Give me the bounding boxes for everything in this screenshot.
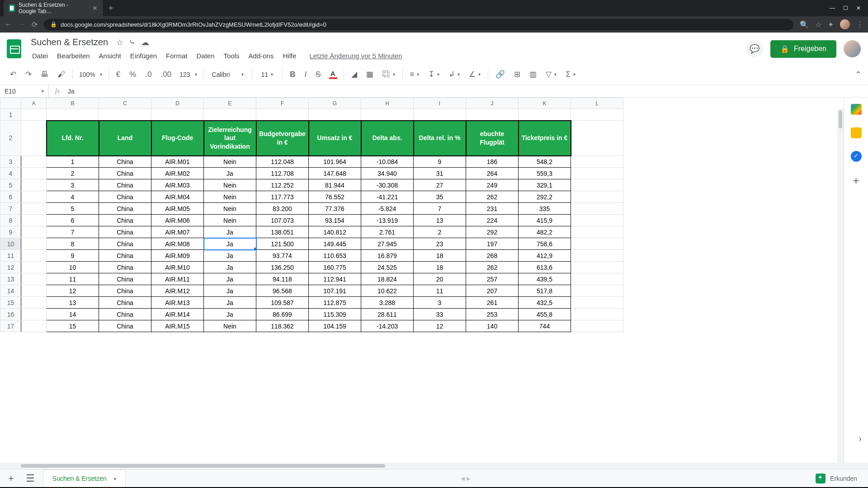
cell-A12[interactable] [21, 262, 47, 273]
select-all-corner[interactable] [0, 98, 21, 109]
chrome-menu-icon[interactable]: ⋮ [856, 20, 863, 29]
cell-F3[interactable]: 112.048 [256, 156, 309, 168]
cell-K9[interactable]: 482,2 [519, 226, 571, 238]
row-header-14[interactable]: 14 [0, 285, 21, 297]
cell-L8[interactable] [571, 215, 623, 226]
wrap-button[interactable]: ↲▾ [445, 67, 463, 82]
cell-C1[interactable] [99, 109, 151, 121]
cell-C8[interactable]: China [99, 215, 151, 226]
cell-D5[interactable]: AIR.M03 [151, 179, 204, 191]
cell-L2[interactable] [571, 121, 623, 156]
cell-D7[interactable]: AIR.M05 [151, 203, 204, 215]
star-icon[interactable]: ☆ [116, 38, 123, 47]
cell-H12[interactable]: 24.525 [361, 262, 414, 273]
strikethrough-button[interactable]: S [312, 67, 324, 82]
cell-J6[interactable]: 262 [466, 191, 519, 203]
cell-K12[interactable]: 613,6 [519, 262, 571, 273]
cell-H15[interactable]: 3.288 [361, 297, 414, 309]
sheet-tab-menu-icon[interactable]: ▾ [114, 476, 116, 481]
cell-J15[interactable]: 261 [466, 297, 519, 309]
cell-F11[interactable]: 93.774 [256, 250, 309, 262]
move-icon[interactable]: ⤷ [129, 38, 136, 47]
cell-F16[interactable]: 86.699 [256, 309, 309, 320]
cell-H2[interactable]: Delta abs. [361, 121, 414, 156]
cell-G8[interactable]: 93.154 [309, 215, 361, 226]
vertical-scrollbar[interactable] [837, 108, 844, 463]
cell-L9[interactable] [571, 226, 623, 238]
cell-F15[interactable]: 109.587 [256, 297, 309, 309]
row-header-7[interactable]: 7 [0, 203, 21, 215]
chrome-zoom-icon[interactable]: 🔍 [800, 20, 809, 29]
cell-G13[interactable]: 112.941 [309, 273, 361, 285]
cell-G16[interactable]: 115.309 [309, 309, 361, 320]
cell-C12[interactable]: China [99, 262, 151, 273]
doc-title[interactable]: Suchen & Ersetzen [28, 36, 111, 48]
cloud-status-icon[interactable]: ☁ [141, 38, 149, 47]
row-header-15[interactable]: 15 [0, 297, 21, 309]
menu-ansicht[interactable]: Ansicht [95, 50, 125, 61]
cell-B15[interactable]: 13 [47, 297, 99, 309]
cell-L15[interactable] [571, 297, 623, 309]
paint-format-button[interactable]: 🖌 [54, 67, 69, 82]
calendar-icon[interactable] [851, 104, 862, 115]
cell-C7[interactable]: China [99, 203, 151, 215]
cell-B8[interactable]: 6 [47, 215, 99, 226]
formula-input[interactable]: Ja [66, 88, 868, 95]
cell-E11[interactable]: Ja [204, 250, 256, 262]
close-window-icon[interactable]: ✕ [856, 5, 861, 11]
cell-C17[interactable]: China [99, 320, 151, 332]
cell-L7[interactable] [571, 203, 623, 215]
cell-C11[interactable]: China [99, 250, 151, 262]
sheet-scroll-right-icon[interactable]: ▶ [467, 475, 471, 482]
cell-A7[interactable] [21, 203, 47, 215]
cell-G2[interactable]: Umsatz in € [309, 121, 361, 156]
cell-A16[interactable] [21, 309, 47, 320]
cell-B12[interactable]: 10 [47, 262, 99, 273]
cell-K5[interactable]: 329,1 [519, 179, 571, 191]
row-header-11[interactable]: 11 [0, 250, 21, 262]
name-box[interactable]: E10 ▾ [0, 85, 49, 97]
cell-I2[interactable]: Delta rel. in % [414, 121, 466, 156]
cell-J13[interactable]: 257 [466, 273, 519, 285]
cell-L6[interactable] [571, 191, 623, 203]
share-button[interactable]: 🔒 Freigeben [770, 40, 836, 58]
horizontal-scrollbar[interactable] [0, 463, 868, 469]
cell-B16[interactable]: 14 [47, 309, 99, 320]
rotate-button[interactable]: ∠▾ [465, 67, 484, 82]
cell-J16[interactable]: 253 [466, 309, 519, 320]
halign-button[interactable]: ≡▾ [406, 67, 423, 82]
cell-J17[interactable]: 140 [466, 320, 519, 332]
keep-icon[interactable] [851, 127, 862, 138]
cell-K10[interactable]: 758,6 [519, 238, 571, 250]
row-header-17[interactable]: 17 [0, 320, 21, 332]
cell-F4[interactable]: 112.708 [256, 168, 309, 179]
col-header-B[interactable]: B [47, 98, 99, 109]
cell-D12[interactable]: AIR.M10 [151, 262, 204, 273]
cell-D16[interactable]: AIR.M14 [151, 309, 204, 320]
col-header-D[interactable]: D [151, 98, 204, 109]
decrease-decimal-button[interactable]: .0 [142, 67, 155, 82]
cell-G9[interactable]: 140.812 [309, 226, 361, 238]
cell-A17[interactable] [21, 320, 47, 332]
cell-G5[interactable]: 81.944 [309, 179, 361, 191]
cell-B3[interactable]: 1 [47, 156, 99, 168]
back-icon[interactable]: ← [5, 20, 12, 28]
cell-I14[interactable]: 11 [414, 285, 466, 297]
cell-J4[interactable]: 264 [466, 168, 519, 179]
cell-A3[interactable] [21, 156, 47, 168]
cell-H4[interactable]: 34.940 [361, 168, 414, 179]
cell-K6[interactable]: 292,2 [519, 191, 571, 203]
extensions-icon[interactable]: ✦ [828, 20, 834, 29]
cell-K16[interactable]: 455,8 [519, 309, 571, 320]
cell-L3[interactable] [571, 156, 623, 168]
cell-F8[interactable]: 107.073 [256, 215, 309, 226]
cell-E4[interactable]: Ja [204, 168, 256, 179]
cell-L17[interactable] [571, 320, 623, 332]
row-header-5[interactable]: 5 [0, 179, 21, 191]
cell-G10[interactable]: 149.445 [309, 238, 361, 250]
valign-button[interactable]: ↧▾ [425, 67, 443, 82]
cell-L5[interactable] [571, 179, 623, 191]
menu-hilfe[interactable]: Hilfe [278, 50, 300, 61]
cell-C16[interactable]: China [99, 309, 151, 320]
add-sheet-button[interactable]: + [5, 471, 18, 486]
